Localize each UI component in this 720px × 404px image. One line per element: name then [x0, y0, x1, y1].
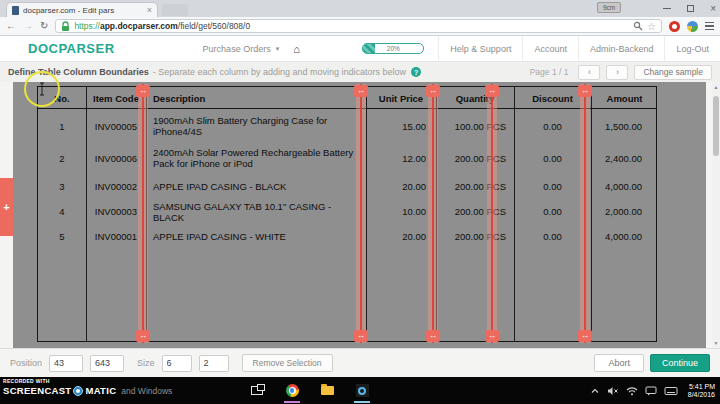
size-width-input[interactable] [162, 355, 192, 372]
table-cell: SAMSUNG GALAXY TAB 10.1" CASING - BLACK [146, 199, 366, 224]
col-header-amount: Amount [591, 87, 658, 109]
separator-drag-handle-top[interactable]: ↔ [426, 85, 440, 97]
column-separator-line[interactable] [432, 84, 434, 343]
column-separator-line[interactable] [142, 84, 144, 343]
table-cell: 1,500.00 [591, 110, 658, 142]
screencast-app-button[interactable] [353, 377, 371, 404]
scroll-up-icon[interactable]: ▲ [712, 84, 720, 90]
text-cursor-icon [38, 82, 46, 96]
separator-drag-handle-top[interactable]: ↔ [485, 85, 499, 97]
add-separator-button[interactable]: + [0, 178, 13, 236]
column-separator-line[interactable] [491, 84, 493, 343]
url-text: https://app.docparser.com/field/get/560/… [74, 21, 629, 31]
browser-menu-icon[interactable] [705, 22, 714, 31]
table-cell: APPLE IPAD CASING - BLACK [146, 174, 366, 199]
docparser-logo[interactable]: DOCPARSER [28, 41, 115, 56]
table-cell: 2400mAh Solar Powered Rechargeable Batte… [146, 142, 366, 174]
progress-label: 20% [363, 45, 423, 52]
scanned-table: No. Item Code Description Unit Price Qua… [37, 86, 657, 342]
screencast-watermark: RECORDED WITH SCREENCAST MATIC and Windo… [3, 378, 172, 396]
tab-title: docparser.com - Edit pars [23, 6, 143, 15]
scrollbar-thumb[interactable] [713, 96, 719, 156]
table-row: 2INV000062400mAh Solar Powered Rechargea… [38, 142, 656, 174]
table-header-row: No. Item Code Description Unit Price Qua… [38, 87, 656, 109]
column-separator-line[interactable] [584, 84, 586, 343]
url-input[interactable]: https://app.docparser.com/field/get/560/… [55, 19, 662, 33]
page-indicator: Page 1 / 1 [530, 67, 569, 77]
browser-window: docparser.com - Edit pars × 9cm × ← → ↻ … [0, 0, 720, 404]
column-separator-line[interactable] [360, 84, 362, 343]
table-cell: 15.00 [366, 110, 436, 142]
search-icon[interactable] [633, 21, 643, 31]
header-link-log-out[interactable]: Log-Out [664, 36, 720, 62]
table-cell: INV00005 [86, 110, 146, 142]
table-cell: INV00006 [86, 142, 146, 174]
table-cell: INV00002 [86, 174, 146, 199]
forward-icon[interactable]: → [23, 21, 33, 31]
notification-icon[interactable] [645, 386, 657, 396]
screencast-app-icon [356, 384, 369, 397]
header-link-admin-backend[interactable]: Admin-Backend [578, 36, 665, 62]
window-minimize-button[interactable] [663, 8, 671, 9]
help-icon[interactable]: ? [411, 67, 421, 77]
click-highlight-circle [24, 71, 60, 107]
keyboard-icon[interactable] [664, 386, 678, 396]
separator-drag-handle-bottom[interactable]: ↔ [354, 330, 368, 342]
tray-clock[interactable]: 5:41 PM 8/4/2016 [685, 383, 715, 399]
back-icon[interactable]: ← [6, 21, 16, 31]
task-view-icon [251, 386, 263, 395]
separator-drag-handle-bottom[interactable]: ↔ [426, 330, 440, 342]
bookmark-star-icon[interactable]: ☆ [647, 21, 656, 32]
next-page-button[interactable]: › [606, 65, 628, 80]
chrome-open-indicator [284, 401, 300, 403]
parser-dropdown[interactable]: Purchase Orders ▾ [203, 44, 280, 54]
tab-close-icon[interactable]: × [147, 6, 152, 15]
separator-drag-handle-top[interactable]: ↔ [354, 85, 368, 97]
table-cell: 2 [38, 142, 86, 174]
position-x-input[interactable] [49, 355, 83, 372]
separator-drag-handle-bottom[interactable]: ↔ [136, 330, 150, 342]
extension-globe-icon[interactable] [687, 21, 698, 32]
tray-chevron-icon[interactable] [590, 386, 600, 396]
scroll-down-icon[interactable]: ▼ [712, 340, 720, 346]
change-sample-button[interactable]: Change sample [634, 65, 712, 80]
selection-toolbar: Position Size Remove Selection Abort Con… [0, 348, 720, 377]
page-scrollbar[interactable]: ▲ ▼ [712, 82, 720, 348]
extension-red-icon[interactable] [669, 21, 680, 32]
new-tab-button[interactable] [162, 4, 188, 16]
size-height-input[interactable] [199, 355, 229, 372]
home-icon[interactable]: ⌂ [293, 43, 300, 55]
chrome-taskbar-button[interactable] [283, 377, 301, 404]
col-header-description: Description [146, 87, 366, 109]
screencast-o-icon [73, 386, 83, 396]
window-maximize-button[interactable] [687, 5, 694, 12]
table-cell: 2,000.00 [591, 199, 658, 224]
network-icon[interactable] [626, 386, 638, 396]
chrome-icon [286, 384, 299, 397]
position-y-input[interactable] [90, 355, 124, 372]
col-header-quantity: Quantity [436, 87, 514, 109]
document-canvas[interactable]: No. Item Code Description Unit Price Qua… [13, 82, 706, 348]
table-cell: 100.00 PCS [436, 110, 514, 142]
table-cell: 12.00 [366, 142, 436, 174]
table-cell: 1900mAh Slim Battery Charging Case for i… [146, 110, 366, 142]
separator-drag-handle-bottom[interactable]: ↔ [485, 330, 499, 342]
volume-muted-icon[interactable] [607, 386, 619, 396]
continue-button[interactable]: Continue [650, 354, 710, 372]
tray-time: 5:41 PM [688, 383, 715, 391]
header-link-account[interactable]: Account [522, 36, 578, 62]
abort-button[interactable]: Abort [594, 354, 644, 372]
browser-tab[interactable]: docparser.com - Edit pars × [6, 2, 158, 17]
prev-page-button[interactable]: ‹ [578, 65, 600, 80]
header-link-help-support[interactable]: Help & Support [438, 36, 522, 62]
sub-header: Define Table Column Boundaries - Separat… [0, 62, 720, 82]
file-explorer-button[interactable] [318, 377, 336, 404]
separator-drag-handle-top[interactable]: ↔ [136, 85, 150, 97]
separator-drag-handle-top[interactable]: ↔ [578, 85, 592, 97]
reload-icon[interactable]: ↻ [40, 21, 48, 31]
window-close-button[interactable]: × [710, 4, 716, 14]
separator-drag-handle-bottom[interactable]: ↔ [578, 330, 592, 342]
remove-selection-button[interactable]: Remove Selection [242, 354, 333, 372]
table-cell: INV00003 [86, 199, 146, 224]
task-view-button[interactable] [248, 377, 266, 404]
